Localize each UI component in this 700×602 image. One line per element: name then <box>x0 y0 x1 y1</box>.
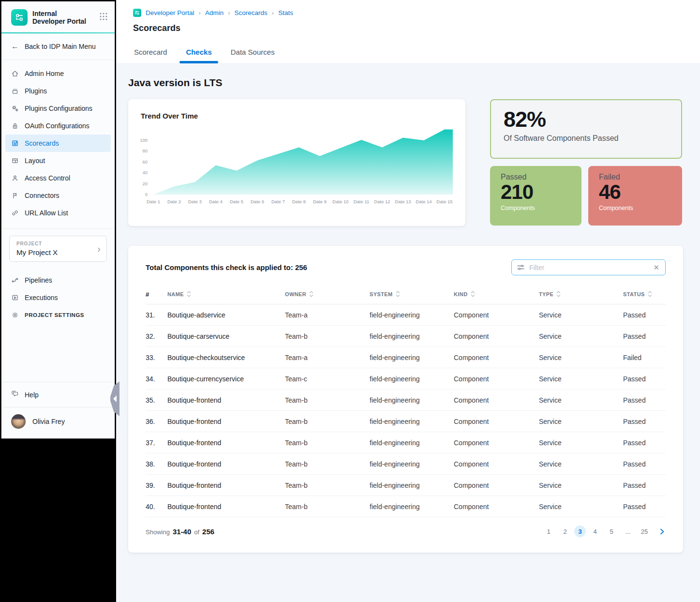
breadcrumb-admin[interactable]: Admin <box>205 9 223 16</box>
column-header-name[interactable]: NAME <box>167 288 285 304</box>
breadcrumb-developer-portal[interactable]: Developer Portal <box>146 9 194 16</box>
execution-icon <box>11 294 19 301</box>
svg-text:20: 20 <box>142 181 148 186</box>
page-title: Scorecards <box>133 23 688 33</box>
page-3[interactable]: 3 <box>574 526 586 537</box>
page-4[interactable]: 4 <box>588 526 602 537</box>
sidebar-item-admin-home[interactable]: Admin Home <box>5 65 111 82</box>
svg-text:0: 0 <box>145 192 148 197</box>
page-25[interactable]: 25 <box>637 526 652 537</box>
sidebar-item-connectors[interactable]: Connectors <box>5 187 111 204</box>
filter-close-icon[interactable]: ✕ <box>652 263 660 272</box>
table-row[interactable]: 36.Boutique-frontendTeam-bfield-engineer… <box>146 411 666 432</box>
sidebar-item-help[interactable]: Help <box>1 382 115 407</box>
table-row[interactable]: 38.Boutique-frontendTeam-bfield-engineer… <box>146 453 666 475</box>
filter-input[interactable] <box>529 264 652 271</box>
nav-label: Scorecards <box>25 139 59 147</box>
main-area: Developer Portal›Admin›Scorecards›Stats … <box>116 0 700 602</box>
pagination-ellipsis: ... <box>621 526 635 537</box>
table-row[interactable]: 31.Boutique-adserviceTeam-afield-enginee… <box>146 304 666 326</box>
cell-type: Service <box>539 390 623 411</box>
table-row[interactable]: 37.Boutique-frontendTeam-bfield-engineer… <box>146 432 666 453</box>
cell-system: field-engineering <box>370 411 454 432</box>
column-header-kind[interactable]: KIND <box>454 288 539 304</box>
cell-kind: Component <box>454 453 539 475</box>
percent-passed-card: 82% Of Software Components Passed <box>490 99 682 159</box>
svg-text:Date 2: Date 2 <box>167 199 181 204</box>
avatar <box>11 414 26 429</box>
table-row[interactable]: 33.Boutique-checkoutserviceTeam-afield-e… <box>146 347 666 368</box>
svg-text:Date 15: Date 15 <box>436 199 452 204</box>
project-selector[interactable]: PROJECT My Project X › <box>9 236 107 262</box>
column-header-type[interactable]: TYPE <box>539 288 623 304</box>
cell-num: 36. <box>146 411 167 432</box>
cell-type: Service <box>539 453 623 475</box>
table-row[interactable]: 35.Boutique-frontendTeam-bfield-engineer… <box>146 390 666 411</box>
cell-num: 31. <box>146 304 167 326</box>
column-header-system[interactable]: SYSTEM <box>370 288 454 304</box>
breadcrumb-scorecards[interactable]: Scorecards <box>235 9 268 16</box>
cell-status: Failed <box>623 347 666 368</box>
content: Java version is LTS Trend Over Time 0204… <box>116 77 700 553</box>
table-row[interactable]: 39.Boutique-frontendTeam-bfield-engineer… <box>146 475 666 496</box>
cell-status: Passed <box>623 390 666 411</box>
app-title: Internal Developer Portal <box>32 10 90 25</box>
sidebar-item-access-control[interactable]: Access Control <box>5 169 111 187</box>
nav-label: Access Control <box>25 174 70 182</box>
svg-text:Date 7: Date 7 <box>271 199 285 204</box>
cell-name: Boutique-frontend <box>167 496 285 517</box>
tab-bar: ScorecardChecksData Sources <box>133 48 293 63</box>
cell-name: Boutique-frontend <box>167 475 285 496</box>
breadcrumb-stats[interactable]: Stats <box>278 9 293 16</box>
breadcrumb-separator: › <box>272 9 274 16</box>
cell-kind: Component <box>454 411 539 432</box>
nav-label: Connectors <box>25 192 60 199</box>
sidebar-item-pipelines[interactable]: Pipelines <box>5 271 111 289</box>
table-row[interactable]: 34.Boutique-currencyserviceTeam-cfield-e… <box>146 368 666 390</box>
showing-summary: Showing 31-40 of 256 <box>146 527 214 536</box>
svg-text:100: 100 <box>140 137 148 143</box>
column-header-owner[interactable]: OWNER <box>285 288 370 304</box>
scorecard-icon <box>11 139 19 147</box>
sidebar-item-url-allow-list[interactable]: URL Allow List <box>5 204 111 222</box>
cell-type: Service <box>539 304 623 326</box>
page-header: Developer Portal›Admin›Scorecards›Stats … <box>116 0 700 63</box>
sidebar-item-plugins-configurations[interactable]: Plugins Configurations <box>5 100 111 117</box>
table-row[interactable]: 40.Boutique-frontendTeam-bfield-engineer… <box>146 496 666 517</box>
column-header-status[interactable]: STATUS <box>623 288 666 304</box>
cell-owner: Team-b <box>285 475 370 496</box>
sidebar-item-scorecards[interactable]: Scorecards <box>5 135 111 152</box>
svg-text:Date 4: Date 4 <box>209 199 223 204</box>
nav-label: Plugins <box>25 87 47 95</box>
svg-text:Date 9: Date 9 <box>313 199 327 204</box>
svg-text:Date 6: Date 6 <box>251 199 264 204</box>
back-to-idp-main-menu[interactable]: ← Back to IDP Main Menu <box>1 33 115 60</box>
components-table: #NAMEOWNERSYSTEMKINDTYPESTATUS31.Boutiqu… <box>146 288 666 517</box>
svg-text:Date 12: Date 12 <box>374 199 390 204</box>
sidebar-item-oauth-configurations[interactable]: OAuth Configurations <box>5 117 111 135</box>
user-profile[interactable]: Olivia Frey <box>1 407 115 438</box>
check-heading: Java version is LTS <box>128 77 683 89</box>
cell-name: Boutique-frontend <box>167 453 285 475</box>
cell-owner: Team-b <box>285 453 370 475</box>
next-page-chevron-icon[interactable] <box>658 528 666 535</box>
cell-status: Passed <box>623 368 666 390</box>
nav-label: Executions <box>25 294 58 301</box>
apps-grid-icon[interactable] <box>99 12 108 23</box>
page-1[interactable]: 1 <box>541 526 556 537</box>
tab-scorecard[interactable]: Scorecard <box>133 48 168 63</box>
svg-text:Date 1: Date 1 <box>147 199 160 204</box>
sidebar-item-project-settings[interactable]: PROJECT SETTINGS <box>5 306 111 324</box>
link-icon <box>11 209 19 217</box>
tab-checks[interactable]: Checks <box>185 48 212 63</box>
sort-icon <box>187 291 191 298</box>
cell-type: Service <box>539 496 623 517</box>
sidebar-item-executions[interactable]: Executions <box>5 289 111 306</box>
page-2[interactable]: 2 <box>558 526 572 537</box>
table-row[interactable]: 32.Boutique-carservuceTeam-bfield-engine… <box>146 326 666 347</box>
sidebar-item-plugins[interactable]: Plugins <box>5 82 111 100</box>
page-5[interactable]: 5 <box>604 526 619 537</box>
sidebar-item-layout[interactable]: Layout <box>5 152 111 169</box>
tab-data-sources[interactable]: Data Sources <box>230 48 276 63</box>
table-title: Total Components this check is applied t… <box>146 263 307 271</box>
